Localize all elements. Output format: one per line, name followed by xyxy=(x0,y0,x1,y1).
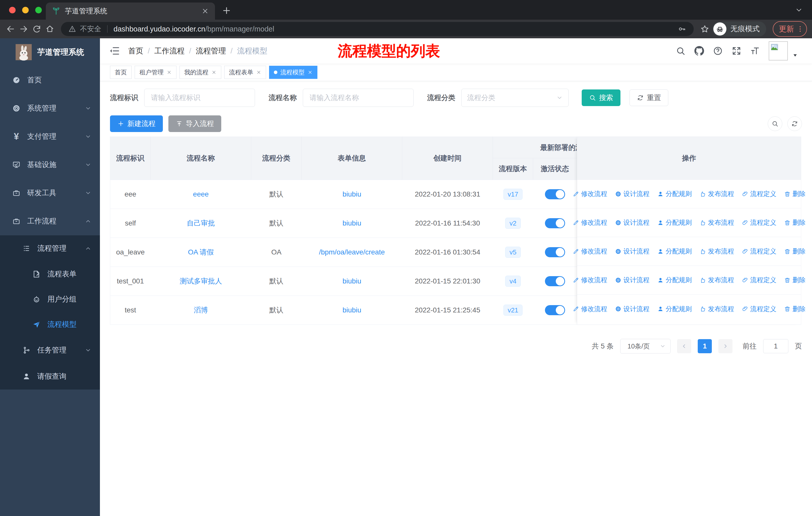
design-process-link[interactable]: 设计流程 xyxy=(615,218,650,227)
sidebar-item-user-group[interactable]: 用户分组 xyxy=(0,287,100,312)
page-size-select[interactable]: 10条/页 xyxy=(620,339,671,353)
current-page-button[interactable]: 1 xyxy=(698,339,712,353)
process-category-select[interactable]: 流程分类 xyxy=(461,89,569,107)
new-tab-button[interactable] xyxy=(222,5,232,16)
minimize-window-button[interactable] xyxy=(22,7,29,13)
close-icon[interactable] xyxy=(308,70,313,75)
process-definition-link[interactable]: 流程定义 xyxy=(742,247,777,256)
version-tag[interactable]: v17 xyxy=(503,189,523,200)
update-browser-button[interactable]: 更新 xyxy=(773,21,807,37)
close-window-button[interactable] xyxy=(9,7,16,13)
modify-process-link[interactable]: 修改流程 xyxy=(573,276,607,284)
version-tag[interactable]: v5 xyxy=(505,247,521,258)
process-definition-link[interactable]: 流程定义 xyxy=(742,218,777,227)
modify-process-link[interactable]: 修改流程 xyxy=(573,218,607,227)
design-process-link[interactable]: 设计流程 xyxy=(615,189,650,198)
sidebar-item-process-mgmt[interactable]: 流程管理 xyxy=(0,235,100,262)
modify-process-link[interactable]: 修改流程 xyxy=(573,247,607,256)
app-logo[interactable]: 芋道管理系统 xyxy=(0,38,100,66)
user-avatar[interactable] xyxy=(769,41,788,60)
process-definition-link[interactable]: 流程定义 xyxy=(742,189,777,198)
maximize-window-button[interactable] xyxy=(35,7,42,13)
breadcrumb-process-mgmt[interactable]: 流程管理 xyxy=(196,46,226,56)
tag-my-process[interactable]: 我的流程 xyxy=(179,66,221,79)
search-button[interactable]: 搜索 xyxy=(582,89,620,106)
design-process-link[interactable]: 设计流程 xyxy=(615,305,650,314)
key-icon[interactable] xyxy=(678,25,686,33)
version-tag[interactable]: v4 xyxy=(505,276,521,287)
active-toggle[interactable] xyxy=(545,305,565,315)
publish-process-link[interactable]: 发布流程 xyxy=(699,189,734,198)
breadcrumb-home[interactable]: 首页 xyxy=(128,46,143,56)
forward-button[interactable] xyxy=(18,23,29,34)
header-search-icon[interactable] xyxy=(675,46,686,56)
sidebar-item-workflow[interactable]: 工作流程 xyxy=(0,207,100,235)
publish-process-link[interactable]: 发布流程 xyxy=(699,247,734,256)
cell-name-link[interactable]: 测试多审批人 xyxy=(150,267,251,296)
tab-search-chevron-icon[interactable] xyxy=(795,6,803,14)
active-toggle[interactable] xyxy=(545,247,565,257)
assign-rule-link[interactable]: 分配规则 xyxy=(657,305,692,314)
goto-page-input[interactable] xyxy=(763,339,788,353)
close-icon[interactable] xyxy=(256,70,261,75)
sidebar-item-infra[interactable]: 基础设施 xyxy=(0,151,100,179)
sidebar-item-process-model[interactable]: 流程模型 xyxy=(0,312,100,337)
cell-form-link[interactable]: biubiu xyxy=(301,267,402,296)
collapse-sidebar-icon[interactable] xyxy=(109,45,120,56)
publish-process-link[interactable]: 发布流程 xyxy=(699,276,734,284)
delete-link[interactable]: 删除 xyxy=(784,305,806,314)
active-toggle[interactable] xyxy=(545,276,565,286)
address-bar[interactable]: 不安全 dashboard.yudao.iocoder.cn/bpm/manag… xyxy=(61,22,694,36)
tag-process-form[interactable]: 流程表单 xyxy=(224,66,266,79)
refresh-table-button[interactable] xyxy=(787,116,802,131)
sidebar-item-leave-query[interactable]: 请假查询 xyxy=(0,363,100,389)
close-icon[interactable] xyxy=(167,70,172,75)
create-process-button[interactable]: 新建流程 xyxy=(110,115,163,132)
design-process-link[interactable]: 设计流程 xyxy=(615,276,650,284)
github-icon[interactable] xyxy=(694,46,704,56)
tag-tenant[interactable]: 租户管理 xyxy=(135,66,176,79)
delete-link[interactable]: 删除 xyxy=(784,276,806,284)
browser-tab[interactable]: 芋道管理系统 xyxy=(46,2,215,20)
cell-form-link[interactable]: biubiu xyxy=(301,209,402,238)
process-name-input[interactable] xyxy=(303,89,413,107)
delete-link[interactable]: 删除 xyxy=(784,218,806,227)
reload-button[interactable] xyxy=(31,23,42,34)
cell-name-link[interactable]: OA 请假 xyxy=(150,238,251,267)
tag-home[interactable]: 首页 xyxy=(110,66,132,79)
cell-name-link[interactable]: 滔博 xyxy=(150,296,251,325)
cell-form-link[interactable]: /bpm/oa/leave/create xyxy=(301,238,402,267)
assign-rule-link[interactable]: 分配规则 xyxy=(657,276,692,284)
delete-link[interactable]: 删除 xyxy=(784,189,806,198)
toggle-search-button[interactable] xyxy=(768,116,782,131)
avatar-caret-down-icon[interactable] xyxy=(792,53,798,58)
font-size-icon[interactable] xyxy=(750,46,760,56)
version-tag[interactable]: v2 xyxy=(505,218,521,229)
insecure-warning-icon[interactable] xyxy=(68,25,76,33)
tag-process-model[interactable]: 流程模型 xyxy=(269,66,317,79)
cell-form-link[interactable]: biubiu xyxy=(301,180,402,209)
active-toggle[interactable] xyxy=(545,189,565,199)
process-definition-link[interactable]: 流程定义 xyxy=(742,305,777,314)
fullscreen-icon[interactable] xyxy=(731,46,742,56)
modify-process-link[interactable]: 修改流程 xyxy=(573,305,607,314)
sidebar-item-task-mgmt[interactable]: 任务管理 xyxy=(0,337,100,363)
window-controls[interactable] xyxy=(9,7,42,13)
modify-process-link[interactable]: 修改流程 xyxy=(573,189,607,198)
publish-process-link[interactable]: 发布流程 xyxy=(699,218,734,227)
url-text[interactable]: dashboard.yudao.iocoder.cn/bpm/manager/m… xyxy=(114,25,274,33)
delete-link[interactable]: 删除 xyxy=(784,247,806,256)
cell-form-link[interactable]: biubiu xyxy=(301,296,402,325)
cell-name-link[interactable]: 自己审批 xyxy=(150,209,251,238)
import-process-button[interactable]: 导入流程 xyxy=(168,115,221,132)
sidebar-item-home[interactable]: 首页 xyxy=(0,66,100,94)
breadcrumb-workflow[interactable]: 工作流程 xyxy=(154,46,184,56)
sidebar-item-devtools[interactable]: 研发工具 xyxy=(0,179,100,207)
next-page-button[interactable] xyxy=(718,339,732,353)
reset-button[interactable]: 重置 xyxy=(630,89,668,106)
browser-menu-dots-icon[interactable] xyxy=(796,25,804,33)
back-button[interactable] xyxy=(5,23,16,34)
close-icon[interactable] xyxy=(211,70,216,75)
assign-rule-link[interactable]: 分配规则 xyxy=(657,218,692,227)
sidebar-item-payment[interactable]: ¥ 支付管理 xyxy=(0,123,100,151)
